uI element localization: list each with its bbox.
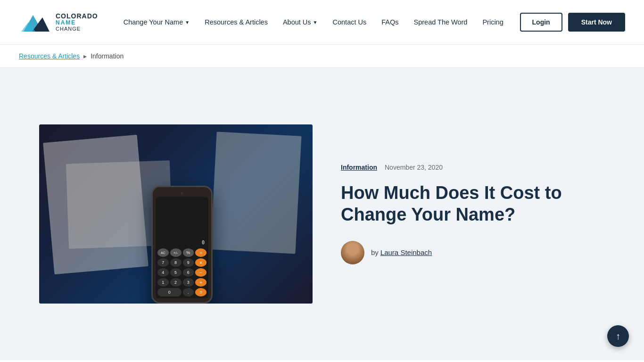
article-date: November 23, 2020	[385, 164, 443, 171]
main-content: ○ 0 AC +/- % ÷	[0, 68, 644, 360]
breadcrumb-separator: ▸	[83, 52, 87, 60]
nav-label: About Us	[283, 18, 311, 26]
breadcrumb-parent-link[interactable]: Resources & Articles	[19, 52, 80, 60]
nav-label: Change Your Name	[124, 18, 183, 26]
author-avatar	[341, 241, 364, 264]
article-category-link[interactable]: Information	[341, 164, 377, 171]
article-title: How Much Does It Cost to Change Your Nam…	[341, 182, 605, 225]
article-card: ○ 0 AC +/- % ÷	[39, 124, 605, 304]
article-author: byLaura Steinbach	[341, 241, 605, 264]
pricing-nav[interactable]: Pricing	[476, 15, 510, 30]
avatar-image	[341, 241, 364, 264]
logo-line1: COLORADO	[56, 13, 98, 20]
article-hero-image: ○ 0 AC +/- % ÷	[39, 124, 313, 304]
about-us-nav[interactable]: About Us ▼	[276, 15, 324, 30]
author-by-label: by	[371, 248, 379, 256]
start-now-button[interactable]: Start Now	[568, 13, 625, 32]
spread-word-nav[interactable]: Spread The Word	[407, 15, 474, 30]
author-credit: byLaura Steinbach	[371, 248, 432, 257]
site-header: COLORADO NAME CHANGE Change Your Name ▼ …	[0, 0, 644, 45]
article-meta: Information November 23, 2020	[341, 164, 605, 171]
article-info: Information November 23, 2020 How Much D…	[341, 164, 605, 264]
nav-label: Resources & Articles	[205, 18, 268, 26]
dropdown-arrow-icon: ▼	[185, 20, 190, 25]
change-your-name-nav[interactable]: Change Your Name ▼	[117, 15, 196, 30]
nav-label: Pricing	[482, 18, 503, 26]
scroll-to-top-button[interactable]: ↑	[607, 325, 629, 347]
faqs-nav[interactable]: FAQs	[375, 15, 405, 30]
nav-label: Spread The Word	[414, 18, 468, 26]
dropdown-arrow-icon: ▼	[313, 20, 318, 25]
header-actions: Login Start Now	[520, 13, 625, 32]
resources-nav[interactable]: Resources & Articles	[198, 15, 274, 30]
logo-line2: NAME	[56, 20, 98, 26]
nav-label: FAQs	[381, 18, 398, 26]
logo-text: COLORADO NAME CHANGE	[56, 13, 98, 32]
site-logo[interactable]: COLORADO NAME CHANGE	[19, 6, 98, 39]
main-nav: Change Your Name ▼ Resources & Articles …	[117, 15, 520, 30]
arrow-up-icon: ↑	[616, 331, 620, 342]
nav-label: Contact Us	[333, 18, 367, 26]
author-name-link[interactable]: Laura Steinbach	[380, 248, 432, 256]
breadcrumb-current: Information	[91, 52, 124, 60]
logo-line3: CHANGE	[56, 26, 98, 32]
login-button[interactable]: Login	[520, 13, 562, 32]
logo-icon	[19, 6, 52, 39]
contact-us-nav[interactable]: Contact Us	[326, 15, 373, 30]
breadcrumb: Resources & Articles ▸ Information	[0, 45, 644, 68]
